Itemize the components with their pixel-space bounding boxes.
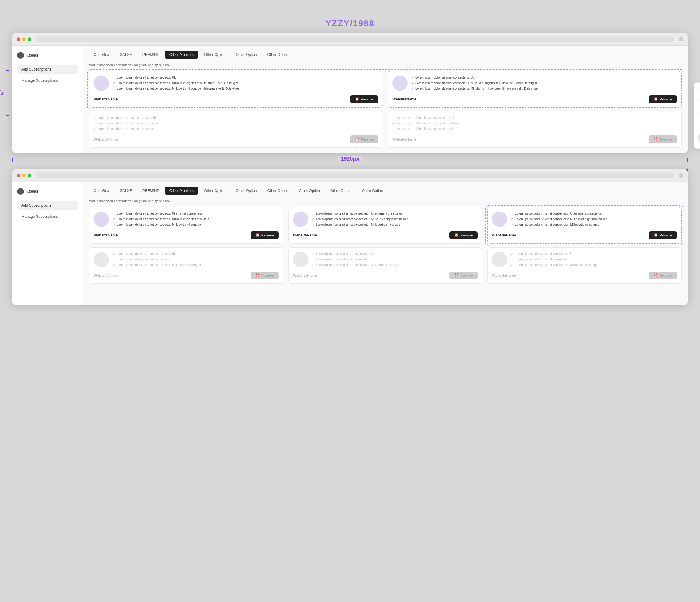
check-icon: ✓ [511, 217, 513, 221]
sidebar-2: LOGO Add Subscriptions Manage Subscripti… [12, 182, 83, 305]
tab2-other-option-5[interactable]: Other Option [326, 187, 356, 195]
cards-grid-greyed-2: ✓ Lorem ipsum dolor sit amet consectetur… [89, 247, 681, 284]
check-icon: ✓ [511, 258, 513, 262]
grey2-feature-2-2: ✓ Lorem ipsum dolor sit amet consectetur… [312, 257, 478, 262]
card2-feature-3-2: ✓ Lorem ipsum dolor sit amet consectetur… [511, 217, 677, 221]
tab-other-option-2[interactable]: Other Option [231, 51, 261, 59]
cards-grid-active-1: ✓ Lorem ipsum dolor sit amet consectetur… [89, 71, 681, 107]
grey2-reserve-button-2: ⏰ Reserve [449, 271, 478, 279]
tab2-opensea[interactable]: OpenSea [89, 187, 114, 195]
card-1: ✓ Lorem ipsum dolor sit amet consectetur… [89, 71, 383, 107]
tab2-other-option-1[interactable]: Other Option [200, 187, 230, 195]
card-2: ✓ Lorem ipsum dolor sit amet consectetur… [388, 71, 681, 107]
card-features-2: ✓ Lorem ipsum dolor sit amet consectetur… [411, 76, 677, 92]
check-icon: ✓ [698, 87, 700, 91]
card2-avatar-1 [94, 212, 109, 227]
top-annotation: YZZY/1988 [12, 19, 688, 28]
card2-feature-3-3: ✓ Lorem ipsum dolor sit amet consectetur… [511, 223, 677, 227]
reserve-button2-3[interactable]: ⏰ Reserve [649, 231, 677, 239]
feature-2-1: ✓ Lorem ipsum dolor sit amet consectetur… [411, 76, 677, 80]
clock-icon: ⏰ [454, 233, 459, 237]
website-name2-1: WebsiteName [94, 233, 118, 237]
card2-feature-3-1: ✓ Lorem ipsum dolor sit amet consectetur… [511, 212, 677, 216]
tab-other-monitors[interactable]: Other Monitors [165, 51, 198, 59]
card-features-1: ✓ Lorem ipsum dolor sit amet consectetur… [113, 76, 378, 92]
main-content-2: OpenSea GALXE PREMINT Other Monitors Oth… [83, 182, 688, 305]
grey-feature-2-2: ✓ Lorem ipsum dolor sit amet consectetur… [392, 121, 677, 126]
grey2-feature-1-2: ✓ Lorem ipsum dolor sit amet consectetur… [113, 257, 279, 262]
tab-other-option-1[interactable]: Other Option [200, 51, 230, 59]
tab-other-option-3[interactable]: Other Option [263, 51, 293, 59]
grey2-website-name-3: WebsiteName [492, 273, 516, 278]
grey-feature-1-2: ✓ Lorem ipsum dolor sit amet consectetur… [94, 121, 378, 126]
tab2-other-option-3[interactable]: Other Option [263, 187, 293, 195]
browser-search-bar-2[interactable] [36, 172, 674, 178]
add-subscriptions-button-2[interactable]: Add Subscriptions [17, 201, 78, 210]
check-icon: ✓ [392, 122, 395, 126]
tab-opensea[interactable]: OpenSea [89, 51, 114, 59]
grey2-reserve-button-1: ⏰ Reserve [251, 271, 279, 279]
card2-grey-avatar-1 [94, 252, 109, 267]
card2-features-2: ✓ Lorem ipsum dolor sit amet consectetur… [312, 212, 478, 228]
sidebar-1: LOGO Add Subscriptions Manage Subscripti… [12, 46, 83, 153]
grey-reserve-button-2: ⏰ Reserve [649, 136, 677, 143]
browser-action-circle-2 [679, 173, 683, 177]
tab2-premint[interactable]: PREMINT [138, 187, 164, 195]
check-icon: ✓ [698, 97, 700, 101]
reserve-button-2[interactable]: ⏰ Reserve [649, 95, 677, 103]
popup-feature-3: ✓ Lorem ipsum dolor sit amet consectetur… [698, 111, 700, 128]
card2-bottom-1: WebsiteName ⏰ Reserve [94, 231, 279, 239]
grey2-feature-1-3: ✓ Lorem ipsum dolor sit amet consectetur… [113, 263, 279, 267]
check-icon: ✓ [312, 223, 315, 227]
browser-action-circle [679, 37, 683, 42]
browser-titlebar-2 [12, 169, 688, 182]
card2-3: ✓ Lorem ipsum dolor sit amet consectetur… [487, 207, 681, 244]
logo-text: LOGO [26, 53, 38, 58]
clock-icon: ⏰ [255, 273, 260, 278]
add-subscriptions-button[interactable]: Add Subscriptions [17, 65, 78, 74]
reserve-button2-2[interactable]: ⏰ Reserve [449, 231, 478, 239]
check-icon: ✓ [113, 212, 115, 216]
check-icon: ✓ [698, 111, 700, 115]
card2-feature-1-1: ✓ Lorem ipsum dolor sit amet consectetur… [113, 212, 279, 216]
manage-subscriptions-link[interactable]: Manage Subscriptions [17, 76, 78, 85]
tab-galxe[interactable]: GALXE [115, 51, 136, 59]
tab2-other-monitors[interactable]: Other Monitors [165, 187, 198, 195]
card-grey-1: ✓ Lorem ipsum dolor sit amet consectetur… [89, 111, 383, 148]
manage-subscriptions-link-2[interactable]: Manage Subscriptions [17, 213, 78, 220]
card-avatar-1 [94, 76, 109, 91]
reserve-button2-1[interactable]: ⏰ Reserve [251, 231, 279, 239]
browser-search-bar[interactable] [36, 36, 674, 42]
tabs-2: OpenSea GALXE PREMINT Other Monitors Oth… [89, 187, 681, 195]
check-icon: ✓ [312, 217, 315, 221]
website-name-1: WebsiteName [94, 97, 118, 101]
sidebar-logo: LOGO [17, 52, 78, 59]
card2-avatar-3 [492, 212, 507, 227]
card2-grey-avatar-2 [293, 252, 308, 267]
tab2-galxe[interactable]: GALXE [115, 187, 136, 195]
card-grey-2: ✓ Lorem ipsum dolor sit amet consectetur… [388, 111, 681, 148]
check-icon: ✓ [113, 76, 115, 80]
check-icon: ✓ [113, 87, 115, 91]
check-icon: ✓ [113, 217, 115, 221]
check-icon: ✓ [94, 116, 96, 120]
feature-1-1: ✓ Lorem ipsum dolor sit amet consectetur… [113, 76, 378, 80]
card-bottom-1: WebsiteName ⏰ Reserve [94, 95, 378, 103]
tabs-1: OpenSea GALXE PREMINT Other Monitors Oth… [89, 51, 681, 59]
card2-feature-2-1: ✓ Lorem ipsum dolor sit amet consectetur… [312, 212, 478, 216]
tab2-other-option-2[interactable]: Other Option [231, 187, 261, 195]
card2-grey-bottom-1: WebsiteName ⏰ Reserve [94, 271, 279, 279]
tab2-other-option-4[interactable]: Other Option [294, 187, 325, 195]
tab2-other-option-6[interactable]: Other Option [357, 187, 388, 195]
check-icon: ✓ [411, 76, 414, 80]
tab-premint[interactable]: PREMINT [138, 51, 164, 59]
reserve-button-1[interactable]: ⏰ Reserve [350, 95, 378, 103]
check-icon: ✓ [312, 258, 315, 262]
grey-reserve-button-1: ⏰ Reserve [350, 136, 378, 143]
card-grey-bottom-2: WebsiteName ⏰ Reserve [392, 136, 677, 143]
logo-text-2: LOGO [26, 189, 38, 194]
popup-card: ✓ Lorem ipsum dolor sit amet consectetur… [694, 82, 700, 149]
grey2-reserve-button-3: ⏰ Reserve [649, 271, 677, 279]
grey-website-name-2: WebsiteName [392, 137, 416, 142]
card2-features-1: ✓ Lorem ipsum dolor sit amet consectetur… [113, 212, 279, 228]
